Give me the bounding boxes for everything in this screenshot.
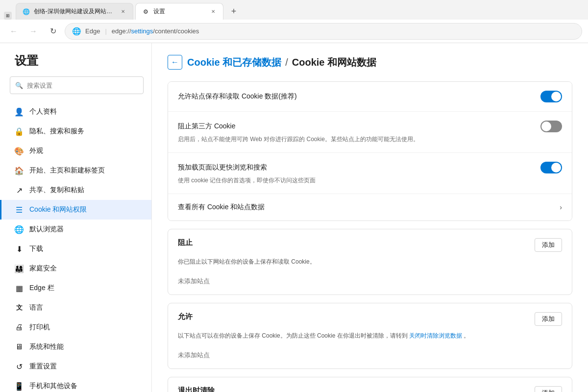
sidebar-item-default-browser[interactable]: 🌐 默认浏览器: [0, 220, 151, 239]
sidebar-title: 设置: [0, 53, 151, 76]
reset-icon: ↺: [15, 362, 24, 371]
sidebar-item-share[interactable]: ↗ 共享、复制和粘贴: [0, 180, 151, 200]
address-text: edge://settings/content/cookies: [112, 27, 199, 35]
window-icon: ⊞: [4, 12, 12, 20]
sidebar-item-printer[interactable]: 🖨 打印机: [0, 318, 151, 337]
view-all-cookies-label: 查看所有 Cookie 和站点数据: [178, 203, 265, 212]
address-separator: |: [105, 27, 106, 35]
search-icon: 🔍: [15, 82, 23, 89]
sidebar-item-label-profile: 个人资料: [29, 107, 57, 116]
allow-section-header: 允许 添加: [168, 303, 572, 330]
search-input[interactable]: [27, 82, 138, 89]
page-header: ← Cookie 和已存储数据 / Cookie 和网站数据: [168, 55, 572, 70]
tab-close-webpage[interactable]: ✕: [119, 8, 127, 16]
allow-cookies-label: 允许站点保存和读取 Cookie 数据(推荐): [178, 92, 297, 101]
sidebar-item-start[interactable]: 🏠 开始、主页和新建标签页: [0, 161, 151, 180]
refresh-button[interactable]: ↻: [45, 24, 61, 39]
tab-favicon-settings: ⚙: [142, 8, 149, 16]
sidebar-item-cookies[interactable]: ☰ Cookie 和网站权限: [0, 200, 151, 220]
browser-window: ⊞ 🌐 创络-深圳做网站建设及网站设计... ✕ ⚙ 设置 ✕ + ← → ↻ …: [0, 0, 588, 392]
allow-section-card: 允许 添加 以下站点可以在你的设备上保存 Cookie。为防止这些 Cookie…: [168, 303, 572, 369]
sidebar-item-edge-bar[interactable]: ▦ Edge 栏: [0, 278, 151, 298]
search-box[interactable]: 🔍: [10, 76, 144, 94]
forward-button[interactable]: →: [25, 24, 41, 39]
block-add-button[interactable]: 添加: [535, 238, 562, 252]
family-icon: 👨‍👩‍👧: [15, 264, 24, 273]
allow-desc-before: 以下站点可以在你的设备上保存 Cookie。为防止这些 Cookie 在你退出时…: [178, 332, 408, 339]
view-all-cookies-row[interactable]: 查看所有 Cookie 和站点数据 ›: [168, 194, 572, 220]
printer-icon: 🖨: [15, 323, 24, 332]
preload-main: 预加载页面以更快浏览和搜索: [178, 162, 562, 173]
preload-toggle[interactable]: [540, 162, 562, 173]
breadcrumb: Cookie 和已存储数据 / Cookie 和网站数据: [187, 56, 376, 69]
nav-items: 👤 个人资料 🔒 隐私、搜索和服务 🎨 外观 🏠 开始、主页和新建标签页 ↗: [0, 102, 151, 392]
sidebar-item-downloads[interactable]: ⬇ 下载: [0, 239, 151, 259]
cookies-icon: ☰: [15, 205, 24, 214]
preload-row: 预加载页面以更快浏览和搜索 使用 cookie 记住你的首选项，即使你不访问这些…: [168, 153, 572, 194]
address-bar[interactable]: 🌐 Edge | edge://settings/content/cookies: [65, 23, 582, 40]
privacy-icon: 🔒: [15, 127, 24, 136]
clear-section-card: 退出时清除 添加 若要在关闭 Microsoft Edge 时清除所有 Cook…: [168, 377, 572, 392]
back-button[interactable]: ←: [6, 24, 22, 39]
allow-section-title: 允许: [178, 312, 193, 321]
sidebar-item-language[interactable]: 文 语言: [0, 298, 151, 318]
breadcrumb-separator: /: [285, 57, 288, 68]
block-section-desc: 你已阻止以下网站在你的设备上保存和读取 Cookie。: [168, 258, 572, 272]
sidebar-item-label-cookies: Cookie 和网站权限: [29, 205, 87, 214]
sidebar-item-label-reset: 重置设置: [29, 362, 57, 371]
system-icon: 🖥: [15, 343, 24, 351]
preload-knob: [551, 163, 561, 172]
sidebar-item-label-share: 共享、复制和粘贴: [29, 186, 84, 195]
tab-close-settings[interactable]: ✕: [209, 8, 217, 16]
breadcrumb-current: Cookie 和网站数据: [292, 56, 376, 69]
breadcrumb-link[interactable]: Cookie 和已存储数据: [187, 56, 281, 69]
tab-label-settings: 设置: [153, 7, 205, 16]
appearance-icon: 🎨: [15, 147, 24, 155]
sidebar-item-label-downloads: 下载: [29, 245, 43, 253]
sidebar-item-family[interactable]: 👨‍👩‍👧 家庭安全: [0, 259, 151, 278]
address-edge-label: Edge: [85, 27, 100, 35]
block-section-header: 阻止 添加: [168, 229, 572, 256]
main-content: 设置 🔍 👤 个人资料 🔒 隐私、搜索和服务 🎨 外观: [0, 43, 588, 392]
block-section-card: 阻止 添加 你已阻止以下网站在你的设备上保存和读取 Cookie。 未添加站点: [168, 229, 572, 295]
sidebar-item-label-appearance: 外观: [29, 147, 43, 155]
edge-logo-icon: 🌐: [72, 27, 81, 36]
block-third-party-row: 阻止第三方 Cookie 启用后，站点不能使用可跨 Web 对你进行跟踪的 Co…: [168, 112, 572, 153]
sidebar-item-label-start: 开始、主页和新建标签页: [29, 166, 105, 175]
tab-favicon-webpage: 🌐: [22, 8, 30, 16]
clear-section-header: 退出时清除 添加: [168, 377, 572, 392]
sidebar-item-mobile[interactable]: 📱 手机和其他设备: [0, 376, 151, 392]
block-section-title: 阻止: [178, 238, 193, 247]
sidebar-item-label-language: 语言: [29, 303, 43, 312]
new-tab-button[interactable]: +: [225, 3, 242, 20]
block-third-party-label: 阻止第三方 Cookie: [178, 122, 235, 131]
sidebar-item-appearance[interactable]: 🎨 外观: [0, 141, 151, 161]
content-area: ← Cookie 和已存储数据 / Cookie 和网站数据 允许站点保存和读取…: [152, 43, 588, 392]
tab-label-webpage: 创络-深圳做网站建设及网站设计...: [34, 7, 115, 16]
block-empty-label: 未添加站点: [168, 272, 572, 294]
sidebar-item-profile[interactable]: 👤 个人资料: [0, 102, 151, 122]
tab-settings[interactable]: ⚙ 设置 ✕: [135, 3, 223, 20]
nav-bar: ← → ↻ 🌐 Edge | edge://settings/content/c…: [0, 20, 588, 43]
allow-section-desc: 以下站点可以在你的设备上保存 Cookie。为防止这些 Cookie 在你退出时…: [168, 332, 572, 346]
share-icon: ↗: [15, 186, 24, 195]
sidebar-item-label-mobile: 手机和其他设备: [29, 382, 77, 391]
tab-webpage[interactable]: 🌐 创络-深圳做网站建设及网站设计... ✕: [16, 3, 133, 20]
preload-desc: 使用 cookie 记住你的首选项，即使你不访问这些页面: [178, 176, 316, 185]
block-third-party-toggle[interactable]: [540, 121, 562, 132]
back-to-cookies-button[interactable]: ←: [168, 55, 182, 70]
clear-section-title: 退出时清除: [178, 386, 215, 392]
allow-desc-link[interactable]: 关闭时清除浏览数据: [409, 332, 462, 339]
preload-label: 预加载页面以更快浏览和搜索: [178, 163, 267, 172]
allow-cookies-knob: [551, 92, 561, 101]
sidebar: 设置 🔍 👤 个人资料 🔒 隐私、搜索和服务 🎨 外观: [0, 43, 152, 392]
sidebar-item-reset[interactable]: ↺ 重置设置: [0, 357, 151, 376]
mobile-icon: 📱: [15, 382, 24, 391]
allow-add-button[interactable]: 添加: [535, 312, 562, 326]
sidebar-item-label-default-browser: 默认浏览器: [29, 225, 64, 234]
sidebar-item-system[interactable]: 🖥 系统和性能: [0, 337, 151, 357]
clear-add-button[interactable]: 添加: [535, 386, 562, 392]
sidebar-item-privacy[interactable]: 🔒 隐私、搜索和服务: [0, 122, 151, 141]
allow-cookies-row: 允许站点保存和读取 Cookie 数据(推荐): [168, 82, 572, 112]
allow-cookies-toggle[interactable]: [540, 91, 562, 102]
